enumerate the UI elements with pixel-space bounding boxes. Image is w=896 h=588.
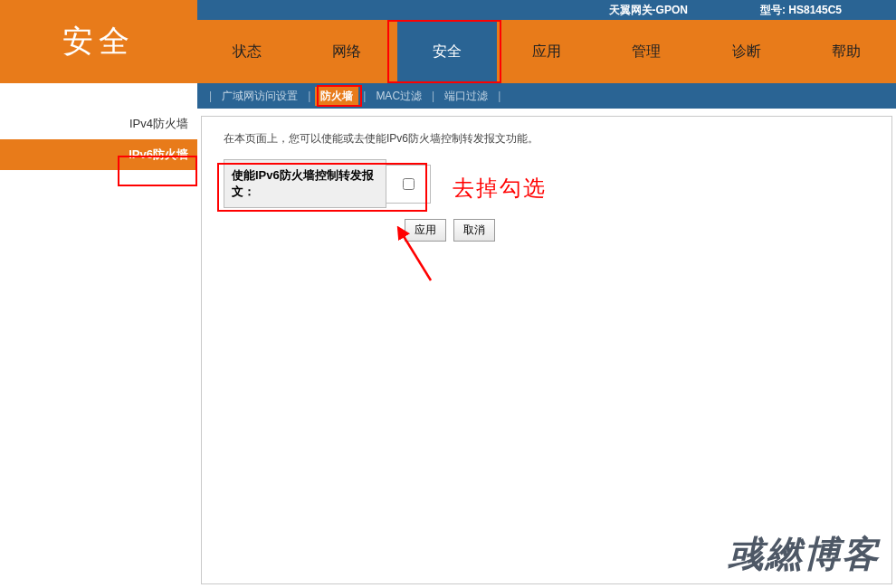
- sidebar-item-ipv4-firewall[interactable]: IPv4防火墙: [0, 109, 197, 139]
- subnav-mac-filter[interactable]: MAC过滤: [370, 87, 427, 106]
- subnav-firewall[interactable]: 防火墙: [315, 87, 358, 106]
- sidebar: IPv4防火墙 IPv6防火墙: [0, 109, 197, 170]
- header-title-area: 安全: [0, 0, 197, 83]
- sidebar-item-ipv6-firewall[interactable]: IPv6防火墙: [0, 139, 197, 170]
- firewall-toggle-row: 使能IPv6防火墙控制转发报文：: [224, 159, 870, 208]
- cancel-button[interactable]: 取消: [453, 219, 495, 242]
- page-title: 安全: [62, 21, 135, 62]
- subnav-wan-access[interactable]: 广域网访问设置: [216, 87, 303, 106]
- firewall-toggle-cell: [386, 165, 431, 204]
- nav-tab-diagnose[interactable]: 诊断: [696, 20, 796, 83]
- watermark: 彧繎博客: [728, 529, 880, 579]
- info-bar: 天翼网关-GPON 型号: HS8145C5: [197, 0, 896, 20]
- main-nav: 状态 网络 安全 应用 管理 诊断 帮助: [197, 20, 896, 83]
- content-description: 在本页面上，您可以使能或去使能IPv6防火墙控制转发报文功能。: [224, 131, 870, 147]
- firewall-toggle-label: 使能IPv6防火墙控制转发报文：: [224, 159, 386, 208]
- model-label: 型号: HS8145C5: [760, 3, 842, 18]
- nav-tab-manage[interactable]: 管理: [596, 20, 696, 83]
- subnav-port-filter[interactable]: 端口过滤: [439, 87, 493, 106]
- nav-tab-status[interactable]: 状态: [197, 20, 297, 83]
- apply-button[interactable]: 应用: [405, 219, 446, 242]
- firewall-toggle-checkbox[interactable]: [403, 178, 415, 190]
- content-panel: 在本页面上，您可以使能或去使能IPv6防火墙控制转发报文功能。 使能IPv6防火…: [201, 116, 892, 584]
- sub-nav: | 广域网访问设置 | 防火墙 | MAC过滤 | 端口过滤 |: [197, 83, 896, 109]
- button-row: 应用 取消: [405, 219, 870, 242]
- gateway-label: 天翼网关-GPON: [609, 3, 688, 18]
- nav-tab-help[interactable]: 帮助: [796, 20, 896, 83]
- nav-tab-network[interactable]: 网络: [297, 20, 396, 83]
- nav-tab-security[interactable]: 安全: [397, 20, 497, 83]
- annotation-uncheck-text: 去掉勾选: [453, 174, 547, 203]
- nav-tab-app[interactable]: 应用: [497, 20, 596, 83]
